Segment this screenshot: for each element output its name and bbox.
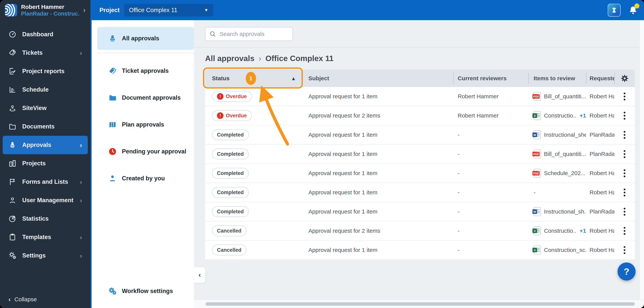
row-menu-button[interactable] (624, 153, 626, 155)
extra-items-count[interactable]: +1 (580, 228, 586, 234)
panel-item-created-by-you[interactable]: Created by you (97, 165, 194, 192)
tickets-icon (8, 49, 16, 57)
status-badge: ! Completed (212, 206, 249, 217)
column-header-items-to-review[interactable]: Items to review (528, 70, 586, 87)
project-label: Project (100, 7, 120, 14)
chevron-right-icon: › (80, 197, 82, 204)
notification-dot (634, 4, 640, 9)
sidebar-item-approvals[interactable]: Approvals › (3, 136, 88, 154)
file-name[interactable]: Bill_of_quantiti... (544, 151, 586, 157)
column-header-subject[interactable]: Subject (302, 70, 453, 87)
column-header-requester[interactable]: Requester (586, 70, 614, 87)
breadcrumb-all-approvals[interactable]: All approvals (205, 54, 254, 63)
row-menu-button[interactable] (624, 230, 626, 232)
table-body: ! Overdue Approval request for 1 item Ro… (205, 87, 635, 260)
status-badge: ! Completed (212, 168, 249, 179)
sidebar-item-templates[interactable]: Templates › (3, 228, 88, 246)
help-button[interactable]: ? (618, 262, 636, 280)
sidebar-item-schedule[interactable]: Schedule (3, 80, 88, 99)
file-name[interactable]: - (534, 189, 536, 196)
sidebar-item-siteview[interactable]: SiteView (3, 99, 88, 117)
file-name[interactable]: Schedule_202... (544, 170, 586, 177)
chevron-right-icon: › (80, 252, 82, 259)
column-header-status[interactable]: Status 1 ▲ (205, 70, 302, 87)
sidebar-item-forms-and-lists[interactable]: Forms and Lists › (3, 173, 88, 191)
project-select-value: Office Complex 11 (129, 7, 177, 14)
row-menu-button[interactable] (624, 192, 626, 193)
sidebar-item-settings[interactable]: Settings › (3, 246, 88, 265)
divider (194, 47, 644, 47)
collapse-panel-tab[interactable]: ‹ (194, 267, 206, 283)
items-to-review-cell: X Constructio... +1 (528, 111, 586, 120)
sidebar-item-project-reports[interactable]: Project reports (3, 62, 88, 80)
map-icon (108, 120, 117, 129)
planradar-connect-button[interactable] (608, 4, 620, 17)
approvals-panel: All approvals Ticket approvals Document … (90, 20, 194, 308)
row-menu-button[interactable] (624, 134, 626, 136)
subject-cell: Approval request for 1 item (302, 170, 453, 177)
table-row[interactable]: ! Completed Approval request for 1 item … (205, 202, 635, 221)
row-menu-button[interactable] (624, 96, 626, 97)
table-row[interactable]: ! Overdue Approval request for 1 item Ro… (205, 87, 635, 106)
panel-item-workflow-settings[interactable]: Workflow settings (97, 278, 194, 304)
panel-item-all-approvals[interactable]: All approvals (97, 27, 194, 50)
current-reviewers-cell: - (453, 247, 528, 253)
sidebar-item-documents[interactable]: Documents (3, 117, 88, 136)
current-reviewers-cell: - (453, 131, 528, 138)
items-to-review-cell: - (528, 189, 586, 196)
requester-cell: PlanRadar (586, 151, 614, 157)
extra-items-count[interactable]: +1 (580, 112, 586, 119)
panel-item-ticket-approvals[interactable]: Ticket approvals (97, 57, 194, 84)
project-select[interactable]: Office Complex 11 ▼ (124, 4, 213, 17)
panel-item-pending-your-approval[interactable]: Pending your approval (97, 138, 194, 165)
file-name[interactable]: Constructio... (544, 228, 576, 234)
subject-cell: Approval request for 1 item (302, 208, 453, 215)
sidebar-item-tickets[interactable]: Tickets › (3, 44, 88, 62)
search-box[interactable] (205, 27, 293, 41)
table-row[interactable]: ! Cancelled Approval request for 1 item … (205, 241, 635, 260)
file-name[interactable]: Instructional_she... (544, 131, 586, 138)
table-row[interactable]: ! Completed Approval request for 1 item … (205, 183, 635, 202)
connect-knot-icon (610, 6, 618, 15)
sidebar-item-statistics[interactable]: Statistics (3, 210, 88, 228)
file-icon: W (534, 207, 541, 216)
table-row[interactable]: ! Completed Approval request for 1 item … (205, 164, 635, 183)
table-row[interactable]: ! Completed Approval request for 1 item … (205, 125, 635, 144)
sidebar-item-user-management[interactable]: User Management › (3, 191, 88, 210)
requester-cell: Robert Ha (586, 228, 614, 234)
collapse-sidebar-button[interactable]: ‹ Collapse (8, 295, 37, 303)
notifications-button[interactable] (627, 4, 639, 16)
search-input[interactable] (219, 31, 289, 38)
row-menu-button[interactable] (624, 173, 626, 174)
folder-icon (108, 93, 117, 102)
panel-item-plan-approvals[interactable]: Plan approvals (97, 111, 194, 138)
row-menu-button[interactable] (624, 211, 626, 213)
account-switcher[interactable]: Robert Hammer PlanRadar - Construc... › (0, 0, 90, 20)
file-name[interactable]: Bill_of_quantiti... (544, 93, 586, 100)
file-icon: W (534, 130, 541, 139)
table-row[interactable]: ! Cancelled Approval request for 2 items… (205, 221, 635, 241)
sidebar-item-projects[interactable]: Projects (3, 154, 88, 173)
status-badge: ! Completed (212, 129, 249, 140)
column-header-settings[interactable] (614, 70, 635, 87)
row-menu-button[interactable] (624, 249, 626, 251)
vertical-scrollbar-track[interactable] (640, 20, 644, 299)
file-name[interactable]: Constructio... (544, 112, 576, 119)
row-menu-button[interactable] (624, 115, 626, 116)
main-content: All approvals › Office Complex 11 Status… (194, 20, 644, 308)
file-name[interactable]: Instructional_sh... (544, 208, 586, 215)
table-row[interactable]: ! Overdue Approval request for 2 items R… (205, 106, 635, 125)
file-icon: X (534, 226, 541, 235)
file-name[interactable]: Construction_sc... (544, 247, 586, 253)
forms-flag-icon (8, 178, 16, 186)
chevron-right-icon: › (258, 54, 261, 63)
statistics-icon (8, 215, 16, 223)
horizontal-scrollbar-thumb[interactable] (206, 302, 635, 306)
column-header-current-reviewers[interactable]: Current reviewers (453, 70, 528, 87)
current-reviewers-cell: Robert Hammer (453, 93, 528, 100)
sidebar-item-dashboard[interactable]: Dashboard (3, 25, 88, 44)
status-filter-count-badge: 1 (246, 72, 256, 85)
requester-cell: Robert Ha (586, 247, 614, 253)
panel-item-document-approvals[interactable]: Document approvals (97, 84, 194, 111)
table-row[interactable]: ! Completed Approval request for 1 item … (205, 144, 635, 164)
